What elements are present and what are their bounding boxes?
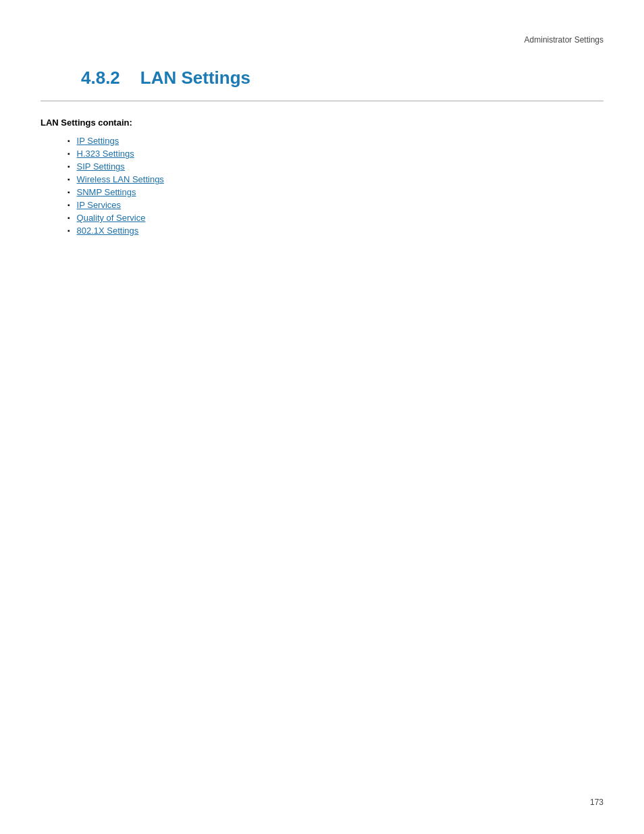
list-item: IP Settings xyxy=(68,136,603,146)
section-heading: LAN Settings xyxy=(140,68,250,88)
nav-link[interactable]: H.323 Settings xyxy=(77,149,134,159)
list-item: SIP Settings xyxy=(68,161,603,172)
list-item: Wireless LAN Settings xyxy=(68,174,603,184)
nav-link[interactable]: SNMP Settings xyxy=(77,187,136,197)
section-intro: LAN Settings contain: xyxy=(41,118,603,128)
section-number: 4.8.2 xyxy=(81,68,120,88)
list-item: 802.1X Settings xyxy=(68,226,603,236)
nav-link[interactable]: Wireless LAN Settings xyxy=(77,174,164,184)
main-content: 4.8.2LAN Settings LAN Settings contain: … xyxy=(41,68,603,238)
section-divider xyxy=(41,101,603,101)
nav-link[interactable]: IP Settings xyxy=(77,136,119,146)
list-item: Quality of Service xyxy=(68,213,603,223)
nav-link[interactable]: SIP Settings xyxy=(77,161,125,172)
list-item: SNMP Settings xyxy=(68,187,603,197)
nav-link[interactable]: Quality of Service xyxy=(77,213,146,223)
links-list: IP SettingsH.323 SettingsSIP SettingsWir… xyxy=(41,136,603,236)
page-header-label: Administrator Settings xyxy=(525,35,603,45)
nav-link[interactable]: 802.1X Settings xyxy=(77,226,139,236)
nav-link[interactable]: IP Services xyxy=(77,200,122,210)
section-title: 4.8.2LAN Settings xyxy=(41,68,603,88)
list-item: IP Services xyxy=(68,200,603,210)
page-number: 173 xyxy=(590,798,603,807)
list-item: H.323 Settings xyxy=(68,149,603,159)
